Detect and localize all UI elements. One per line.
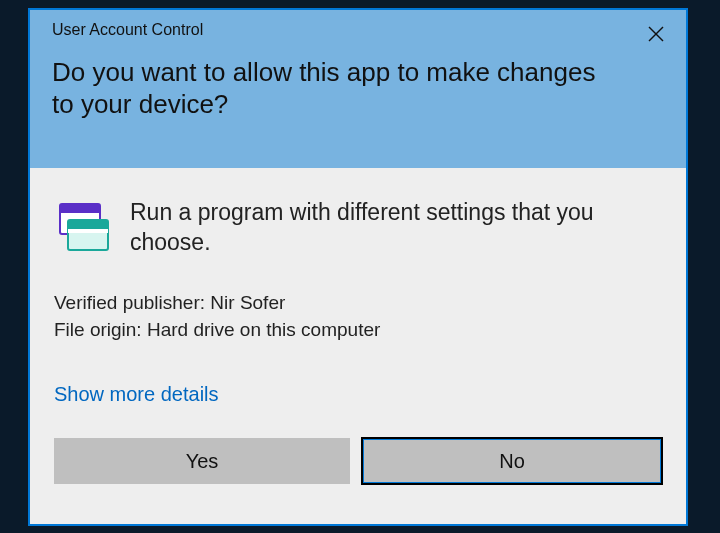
titlebar: User Account Control Do you want to allo… xyxy=(30,10,686,168)
uac-title: User Account Control xyxy=(52,21,664,39)
publisher-line: Verified publisher: Nir Sofer xyxy=(54,290,662,317)
app-description: Run a program with different settings th… xyxy=(130,198,662,258)
publisher-value: Nir Sofer xyxy=(210,292,285,313)
close-icon xyxy=(648,26,664,42)
uac-dialog: User Account Control Do you want to allo… xyxy=(28,8,688,526)
app-row: Run a program with different settings th… xyxy=(54,198,662,258)
button-row: Yes No xyxy=(30,438,686,508)
yes-button[interactable]: Yes xyxy=(54,438,350,484)
dialog-body: Run a program with different settings th… xyxy=(30,168,686,438)
svg-rect-5 xyxy=(68,220,108,229)
origin-value: Hard drive on this computer xyxy=(147,319,380,340)
close-button[interactable] xyxy=(642,20,670,48)
svg-rect-3 xyxy=(60,204,100,213)
app-icon xyxy=(54,200,112,258)
origin-line: File origin: Hard drive on this computer xyxy=(54,317,662,344)
origin-label: File origin: xyxy=(54,319,142,340)
publisher-label: Verified publisher: xyxy=(54,292,205,313)
uac-question: Do you want to allow this app to make ch… xyxy=(52,57,612,120)
show-more-details-link[interactable]: Show more details xyxy=(54,383,219,406)
svg-rect-6 xyxy=(68,229,108,233)
no-button[interactable]: No xyxy=(362,438,662,484)
app-meta: Verified publisher: Nir Sofer File origi… xyxy=(54,290,662,343)
